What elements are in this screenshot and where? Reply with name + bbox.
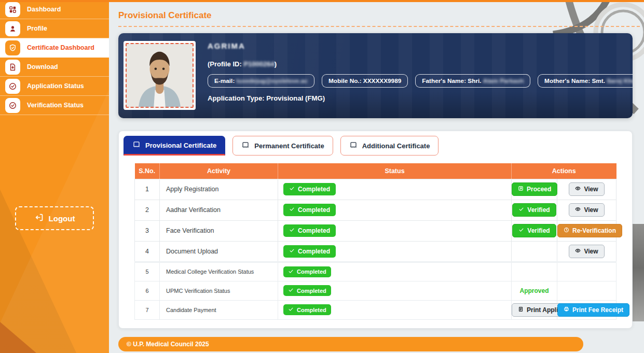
tab-permanent-certificate[interactable]: Permanent Certificate [232, 136, 333, 156]
certificate-icon [241, 141, 250, 151]
profile-id-value: P1000264 [243, 60, 274, 68]
profile-card: AGRIMA (Profile ID: P1000264) E-mail: tu… [118, 33, 633, 118]
tab-provisional-certificate[interactable]: Provisional Certificate [124, 136, 225, 156]
check-badge-icon [5, 98, 20, 113]
table-row: 4Document UploadCompletedView [135, 241, 616, 262]
column-header-actions: Actions [512, 163, 616, 179]
badge-label: Completed [297, 269, 326, 275]
sidebar: DashboardProfileCertificate DashboardDow… [0, 0, 109, 353]
sidebar-item-profile[interactable]: Profile [0, 19, 109, 38]
activity-name: Aadhar Verification [160, 200, 278, 220]
check-icon [288, 269, 294, 275]
activity-name: Face Verification [160, 220, 278, 241]
button-label: Print Fee Receipt [572, 306, 623, 314]
badge-label: Completed [298, 227, 330, 234]
view-button[interactable]: View [569, 182, 604, 196]
serial-number: 7 [135, 300, 160, 319]
tab-label: Provisional Certificate [145, 142, 216, 149]
sidebar-item-label: Dashboard [27, 6, 61, 13]
column-header-s-no: S.No. [135, 163, 160, 179]
sidebar-item-label: Download [27, 63, 58, 70]
table-row: 7Candidate PaymentCompletedPrint Applica… [135, 300, 616, 319]
shield-icon [5, 40, 20, 55]
view-button[interactable]: View [569, 203, 604, 217]
sidebar-item-dashboard[interactable]: Dashboard [0, 0, 109, 19]
completed-badge: Completed [283, 266, 331, 277]
action-cell: Proceed [512, 179, 557, 200]
check-icon [289, 206, 295, 214]
status-text-approved: Approved [519, 287, 549, 294]
serial-number: 4 [135, 241, 160, 262]
proceed-icon [518, 186, 524, 193]
profile-info: AGRIMA (Profile ID: P1000264) E-mail: tu… [208, 41, 624, 102]
table-row: 6UPMC Verification StatusCompletedApprov… [135, 281, 616, 300]
completed-badge: Completed [283, 224, 336, 237]
clock-icon [564, 227, 569, 234]
action-cell [557, 262, 616, 281]
sidebar-item-label: Application Status [27, 82, 84, 90]
profile-photo [124, 41, 196, 110]
view-button[interactable]: View [569, 245, 604, 258]
proceed-button[interactable]: Proceed [512, 182, 557, 196]
dashed-divider [118, 26, 640, 27]
activity-table: S.No.ActivityStatusActions 1Apply Regist… [134, 163, 616, 320]
application-type: Application Type: Provisional (FMG) [208, 94, 624, 102]
logout-button[interactable]: Logout [15, 206, 94, 230]
button-label: View [584, 186, 598, 193]
check-icon [289, 227, 295, 234]
completed-badge: Completed [283, 245, 336, 258]
sidebar-item-application-status[interactable]: Application Status [0, 77, 109, 96]
dashboard-grid-icon [5, 2, 20, 17]
profile-photo-image [126, 43, 194, 108]
eye-icon [575, 206, 581, 214]
sidebar-item-label: Profile [27, 25, 47, 32]
completed-badge: Completed [283, 285, 331, 296]
sidebar-item-download[interactable]: Download [0, 58, 109, 77]
document-icon [518, 306, 524, 314]
column-header-activity: Activity [160, 163, 278, 179]
app-root: DashboardProfileCertificate DashboardDow… [0, 0, 644, 353]
tab-additional-certificate[interactable]: Additional Certificate [340, 136, 439, 156]
sidebar-item-verification-status[interactable]: Verification Status [0, 96, 109, 115]
verified-button: Verified [512, 224, 556, 237]
status-cell: Completed [278, 281, 512, 300]
copyright-text: © U.P. Medical Council 2025 [127, 341, 209, 348]
status-cell: Completed [278, 220, 512, 241]
badge-label: Completed [298, 186, 330, 193]
action-cell: View [557, 241, 616, 262]
column-header-status: Status [278, 163, 512, 179]
page-title: Provisional Certificate [118, 10, 633, 21]
verified-button: Verified [512, 203, 556, 217]
button-label: View [584, 248, 598, 255]
button-label: Verified [527, 206, 550, 214]
download-document-icon [5, 60, 20, 75]
background-photo-fragment [631, 224, 644, 321]
button-label: Proceed [527, 186, 551, 193]
printer-icon [564, 306, 569, 314]
footer-bar: © U.P. Medical Council 2025 [118, 337, 583, 351]
check-icon [289, 248, 295, 255]
action-cell: Verified [512, 200, 557, 220]
table-row: 3Face VerificationCompletedVerifiedRe-Ve… [135, 220, 616, 241]
eye-icon [575, 248, 581, 255]
re-verification-button[interactable]: Re-Verification [557, 224, 622, 237]
sidebar-item-certificate-dashboard[interactable]: Certificate Dashboard [0, 38, 109, 58]
mobile-pill: Mobile No.: XXXXXX9989 [322, 74, 408, 88]
print-fee-receipt-button[interactable]: Print Fee Receipt [557, 303, 629, 317]
activity-name: Apply Registration [160, 179, 278, 200]
button-label: Verified [527, 227, 550, 234]
certificate-panel: Provisional CertificatePermanent Certifi… [118, 131, 633, 329]
main-content: Provisional Certificate [109, 0, 644, 353]
action-cell: View [557, 179, 616, 200]
button-label: View [584, 206, 598, 214]
badge-label: Completed [297, 288, 326, 294]
completed-badge: Completed [283, 183, 336, 195]
action-cell: Verified [512, 220, 557, 241]
tab-label: Additional Certificate [362, 142, 430, 150]
badge-label: Completed [298, 206, 330, 214]
check-icon [288, 287, 294, 294]
action-cell: View [557, 200, 616, 220]
eye-icon [575, 186, 581, 193]
person-icon [5, 21, 20, 36]
profile-id: (Profile ID: P1000264) [208, 60, 624, 68]
